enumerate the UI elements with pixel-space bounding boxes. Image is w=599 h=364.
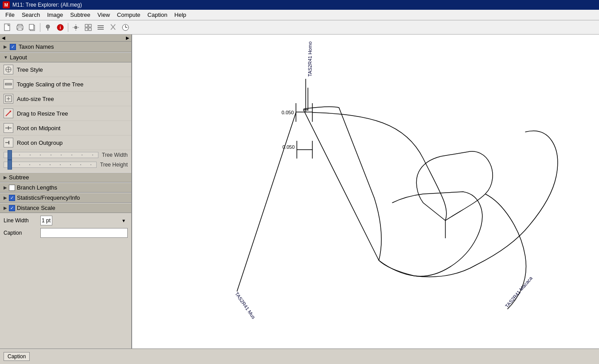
subtree-section-header[interactable]: ▶ Subtree	[0, 172, 131, 182]
caption-input[interactable]	[40, 228, 128, 238]
svg-rect-15	[85, 24, 88, 27]
subtree-arrow: ▶	[4, 175, 7, 180]
line-width-select-wrapper: 1 pt 2 pt 3 pt 4 pt ▼	[40, 216, 128, 225]
svg-rect-16	[89, 24, 91, 27]
tree-height-label: Tree Height	[100, 162, 128, 168]
tree-style-icon	[4, 65, 13, 74]
tree-height-track[interactable]	[4, 162, 97, 168]
statistics-checkbox[interactable]: ✓	[9, 195, 15, 201]
statistics-section-header[interactable]: ▶ ✓ Statistics/Frequency/Info	[0, 193, 131, 203]
caption-label: Caption	[4, 230, 37, 236]
toolbar-layout1-btn[interactable]	[82, 22, 94, 33]
toggle-scaling-label: Toggle Scaling of the Tree	[17, 81, 83, 88]
tree-width-slider-row: Tree Width	[0, 150, 131, 160]
menu-file[interactable]: File	[2, 11, 18, 19]
svg-text:0.050: 0.050	[282, 110, 294, 115]
svg-text:i: i	[60, 25, 61, 30]
drag-resize-label: Drag to Resize Tree	[17, 110, 68, 117]
svg-rect-5	[29, 24, 34, 30]
toolbar-new-btn[interactable]	[2, 22, 13, 33]
menu-compute[interactable]: Compute	[114, 11, 144, 19]
tree-canvas: 0.050 0.050	[132, 35, 599, 364]
toolbar-layout2-btn[interactable]	[95, 22, 106, 33]
root-outgroup-label: Root on Outgroup	[17, 139, 63, 146]
left-panel: ◀ ▶ ▶ ✓ Taxon Names ▼ Layout Tree Style …	[0, 35, 132, 364]
toolbar-pin-btn[interactable]	[42, 22, 54, 33]
toolbar: i	[0, 20, 599, 35]
svg-rect-3	[18, 28, 22, 30]
tree-height-slider-row: Tree Height	[0, 160, 131, 170]
svg-text:TAS2R41 Mus: TAS2R41 Mus	[234, 291, 257, 320]
toolbar-cut-btn[interactable]	[107, 22, 119, 33]
layout-label: Layout	[10, 54, 27, 61]
toolbar-copy-btn[interactable]	[27, 22, 38, 33]
root-midpoint-item[interactable]: Root on Midpoint	[0, 121, 131, 136]
svg-rect-18	[89, 28, 91, 31]
status-caption-button[interactable]: Caption	[4, 352, 30, 361]
branch-lengths-row[interactable]: ▶ Branch Lengths	[0, 182, 131, 193]
toggle-scaling-item[interactable]: Toggle Scaling of the Tree	[0, 77, 131, 92]
tree-style-label: Tree Style	[17, 66, 43, 73]
statistics-label: Statistics/Frequency/Info	[17, 194, 80, 201]
menu-help[interactable]: Help	[171, 11, 190, 19]
statistics-arrow: ▶	[4, 195, 7, 200]
distance-scale-checkbox[interactable]: ✓	[9, 205, 15, 211]
svg-rect-41	[8, 141, 9, 144]
app-icon: M	[3, 1, 10, 8]
toolbar-settings-btn[interactable]	[70, 22, 82, 33]
taxon-names-checkbox[interactable]: ✓	[10, 44, 16, 50]
menu-view[interactable]: View	[94, 11, 114, 19]
taxon-names-row[interactable]: ▶ ✓ Taxon Names	[0, 42, 131, 52]
line-width-label: Line Width	[4, 217, 37, 224]
tree-width-track[interactable]	[4, 152, 98, 158]
drag-resize-item[interactable]: Drag to Resize Tree	[0, 106, 131, 121]
status-bar: Caption	[0, 349, 599, 364]
tree-svg: 0.050 0.050	[132, 35, 599, 364]
distance-scale-section-header[interactable]: ▶ ✓ Distance Scale	[0, 203, 131, 213]
menu-subtree[interactable]: Subtree	[67, 11, 94, 19]
toolbar-sep-1	[40, 23, 40, 32]
line-width-dropdown-icon: ▼	[121, 218, 126, 223]
branch-lengths-arrow: ▶	[4, 185, 7, 190]
main-layout: ◀ ▶ ▶ ✓ Taxon Names ▼ Layout Tree Style …	[0, 35, 599, 364]
layout-arrow: ▼	[4, 55, 8, 60]
branch-lengths-label: Branch Lengths	[17, 184, 57, 191]
bottom-fields: Line Width 1 pt 2 pt 3 pt 4 pt ▼ Caption	[0, 213, 131, 243]
svg-rect-17	[85, 28, 88, 31]
branch-lengths-checkbox[interactable]	[9, 185, 15, 191]
svg-point-10	[74, 26, 77, 29]
tree-style-item[interactable]: Tree Style	[0, 62, 131, 77]
svg-text:TAS2R41 Homo: TAS2R41 Homo	[307, 42, 313, 77]
toolbar-info-btn[interactable]: i	[55, 22, 66, 33]
auto-size-label: Auto-size Tree	[17, 96, 54, 102]
title-bar: M M11: Tree Explorer: (All.meg)	[0, 0, 599, 10]
line-width-select[interactable]: 1 pt 2 pt 3 pt 4 pt	[40, 216, 52, 225]
toggle-scaling-icon	[4, 79, 13, 89]
layout-section-header[interactable]: ▼ Layout	[0, 52, 131, 62]
root-outgroup-item[interactable]: Root on Outgroup	[0, 136, 131, 150]
svg-line-52	[237, 112, 296, 291]
subtree-label: Subtree	[9, 174, 29, 181]
root-midpoint-label: Root on Midpoint	[17, 125, 60, 132]
taxon-names-arrow: ▶	[4, 44, 7, 49]
menu-search[interactable]: Search	[18, 11, 43, 19]
tree-width-label: Tree Width	[102, 152, 128, 158]
distance-scale-arrow: ▶	[4, 205, 7, 210]
svg-point-6	[46, 25, 50, 28]
toolbar-clock-btn[interactable]	[120, 22, 131, 33]
menu-caption[interactable]: Caption	[144, 11, 171, 19]
svg-text:TAS2R41 Macaca: TAS2R41 Macaca	[504, 275, 534, 309]
toolbar-sep-2	[68, 23, 68, 32]
scroll-right-icon[interactable]: ▶	[126, 35, 129, 40]
tree-height-thumb[interactable]	[8, 160, 12, 170]
scroll-left-icon[interactable]: ◀	[2, 35, 5, 40]
taxon-names-label: Taxon Names	[19, 43, 54, 50]
root-midpoint-icon	[4, 123, 13, 133]
auto-size-item[interactable]: Auto-size Tree	[0, 92, 131, 106]
distance-scale-label: Distance Scale	[17, 205, 55, 211]
menu-image[interactable]: Image	[43, 11, 67, 19]
toolbar-print-btn[interactable]	[14, 22, 26, 33]
menu-bar: File Search Image Subtree View Compute C…	[0, 10, 599, 20]
tree-width-thumb[interactable]	[8, 150, 12, 160]
drag-resize-icon	[4, 108, 13, 118]
